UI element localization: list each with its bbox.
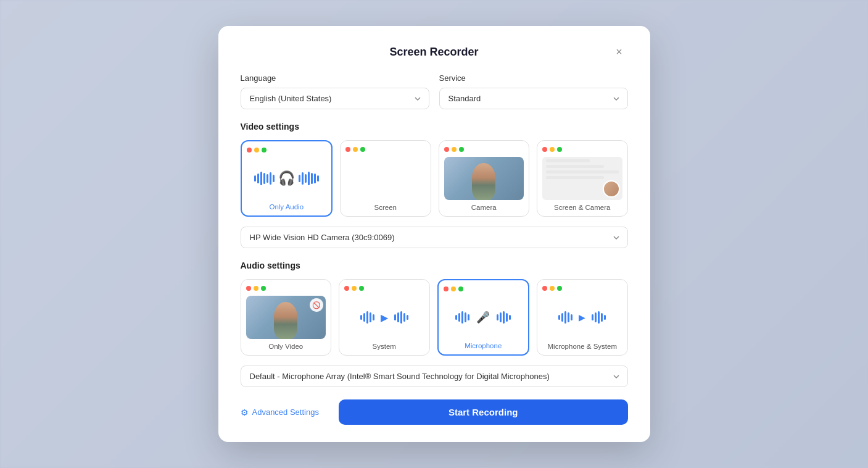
video-option-screen[interactable]: Screen (340, 140, 431, 217)
microphone-preview: 🎤 (444, 296, 524, 338)
audio-option-system[interactable]: ▶ System (339, 279, 430, 356)
system-audio-preview: ▶ (344, 296, 424, 339)
only-video-preview: 🚫 (246, 296, 326, 339)
video-option-camera[interactable]: Camera (439, 140, 530, 217)
pip-circle (603, 180, 620, 198)
mic-system-preview: ▶ (542, 296, 622, 339)
camera-select-group: HP Wide Vision HD Camera (30c9:0069) (241, 227, 628, 248)
audio-settings-title: Audio settings (241, 261, 628, 270)
microphone-device-select[interactable]: Default - Microphone Array (Intel® Smart… (241, 366, 628, 387)
close-button[interactable]: × (611, 44, 628, 61)
screen-camera-preview (542, 157, 622, 200)
audio-only-video-label: Only Video (268, 343, 303, 350)
dot-yellow (254, 148, 259, 153)
waveform-ms-right (592, 311, 606, 324)
microphone-select-group: Default - Microphone Array (Intel® Smart… (241, 366, 628, 387)
play-icon: ▶ (381, 312, 388, 324)
start-recording-button[interactable]: Start Recording (339, 399, 628, 425)
language-select[interactable]: English (United States) (241, 88, 429, 109)
video-screen-label: Screen (374, 204, 397, 211)
waveform-sys-right (394, 311, 408, 324)
video-only-audio-label: Only Audio (269, 203, 304, 211)
audio-only-preview: 🎧 (247, 157, 327, 199)
card-dots-a2 (344, 286, 364, 291)
video-option-screen-camera[interactable]: Screen & Camera (537, 140, 628, 217)
waveform-mic-left (455, 311, 469, 324)
card-dots-1 (247, 148, 267, 153)
audio-options-grid: 🚫 Only Video ▶ (241, 279, 628, 356)
gear-icon: ⚙ (241, 407, 249, 417)
waveform-mic-right (497, 311, 511, 324)
microphone-icon: 🎤 (476, 311, 490, 324)
waveform-ms-left (558, 311, 572, 324)
service-select[interactable]: Standard (439, 88, 628, 109)
card-dots-3 (444, 147, 464, 152)
waveform-left (254, 172, 275, 185)
dot-green (262, 148, 267, 153)
video-settings-title: Video settings (241, 122, 628, 132)
audio-option-only-video[interactable]: 🚫 Only Video (241, 279, 332, 356)
language-group: Language English (United States) (241, 73, 429, 109)
camera-preview (444, 157, 524, 200)
video-camera-label: Camera (471, 204, 497, 211)
audio-system-label: System (373, 343, 396, 350)
card-dots-a4 (542, 286, 562, 291)
service-group: Service Standard (439, 73, 628, 109)
card-dots-4 (542, 147, 562, 152)
modal-dialog: Screen Recorder × Language English (Unit… (218, 26, 650, 442)
video-options-grid: 🎧 Only Audio (241, 140, 628, 217)
language-label: Language (241, 73, 429, 83)
audio-mic-system-label: Microphone & System (548, 343, 618, 350)
mute-icon: 🚫 (310, 298, 323, 312)
audio-microphone-label: Microphone (465, 342, 502, 349)
play-icon-2: ▶ (579, 312, 585, 322)
screen-preview (345, 157, 426, 200)
card-dots-2 (345, 147, 365, 152)
service-label: Service (439, 73, 628, 83)
card-dots-a1 (246, 286, 266, 291)
headphone-icon: 🎧 (278, 170, 295, 186)
modal-title: Screen Recorder (389, 46, 478, 59)
video-option-only-audio[interactable]: 🎧 Only Audio (241, 140, 333, 217)
modal-footer: ⚙ Advanced Settings Start Recording (241, 399, 628, 425)
audio-option-microphone-system[interactable]: ▶ Microphone & System (537, 279, 628, 356)
camera-thumb (444, 157, 524, 200)
advanced-settings-button[interactable]: ⚙ Advanced Settings (241, 407, 319, 417)
waveform-sys-left (360, 311, 374, 324)
modal-header: Screen Recorder × (241, 46, 628, 59)
video-screen-camera-label: Screen & Camera (554, 204, 610, 211)
card-dots-a3 (444, 286, 463, 291)
advanced-settings-label: Advanced Settings (252, 407, 319, 417)
waveform-right (299, 172, 319, 185)
language-service-row: Language English (United States) Service… (241, 73, 628, 109)
person-silhouette (472, 163, 495, 200)
dot-red (247, 148, 252, 153)
camera-device-select[interactable]: HP Wide Vision HD Camera (30c9:0069) (241, 227, 628, 248)
audio-option-microphone[interactable]: 🎤 Microphone (437, 279, 530, 356)
